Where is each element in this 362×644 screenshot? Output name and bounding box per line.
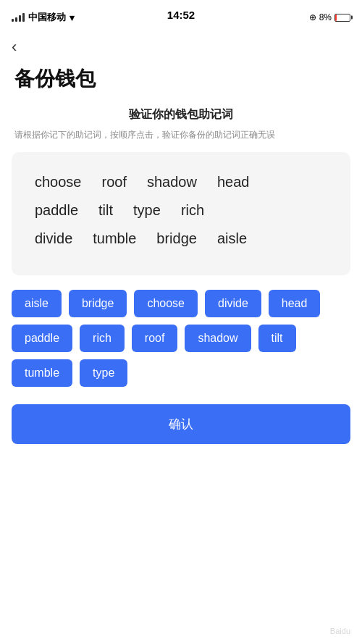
word-button[interactable]: tumble (12, 359, 72, 387)
carrier-signal: 中国移动 ▾ (12, 11, 75, 24)
section-title: 验证你的钱包助记词 (0, 107, 362, 122)
display-word: type (123, 196, 171, 225)
battery-area: ⊕ 8% (309, 12, 350, 22)
display-word: tumble (83, 225, 146, 253)
display-word: divide (25, 225, 83, 253)
battery-icon (334, 14, 350, 22)
word-button[interactable]: roof (132, 325, 178, 352)
word-button[interactable]: aisle (12, 290, 62, 317)
word-grid: aislebridgechoosedivideheadpaddlerichroo… (0, 275, 362, 397)
page-title: 备份钱包 (0, 59, 362, 107)
word-button[interactable]: type (80, 359, 127, 387)
battery-fill (335, 14, 337, 21)
back-button[interactable]: ‹ (0, 32, 28, 59)
word-button[interactable]: divide (205, 290, 261, 317)
word-display-box: chooseroofshadowheadpaddletilttyperichdi… (12, 152, 350, 275)
display-word: head (207, 168, 260, 196)
section-description: 请根据你记下的助记词，按顺序点击，验证你备份的助记词正确无误 (0, 128, 362, 142)
signal-icon (12, 13, 25, 22)
display-word: shadow (137, 168, 207, 196)
battery-charge-icon: ⊕ (309, 12, 316, 22)
wifi-icon: ▾ (70, 12, 75, 23)
display-word: paddle (25, 196, 88, 225)
word-button[interactable]: head (269, 290, 321, 317)
battery-percent: 8% (319, 12, 332, 22)
confirm-btn-wrap: 确认 (0, 397, 362, 466)
word-button[interactable]: choose (134, 290, 198, 317)
status-bar: 中国移动 ▾ 14:52 ⊕ 8% (0, 0, 362, 32)
word-button[interactable]: tilt (258, 325, 296, 352)
watermark: Baidu (330, 627, 350, 635)
display-word: choose (25, 168, 92, 196)
display-word: roof (92, 168, 137, 196)
word-button[interactable]: paddle (12, 325, 72, 352)
display-word: bridge (146, 225, 207, 253)
status-time: 14:52 (167, 9, 195, 21)
word-button[interactable]: rich (80, 325, 125, 352)
display-word: tilt (88, 196, 123, 225)
display-word: aisle (207, 225, 257, 253)
carrier-label: 中国移动 (28, 11, 66, 24)
word-button[interactable]: bridge (69, 290, 127, 317)
word-button[interactable]: shadow (185, 325, 251, 352)
confirm-button[interactable]: 确认 (12, 404, 350, 444)
display-word: rich (171, 196, 214, 225)
